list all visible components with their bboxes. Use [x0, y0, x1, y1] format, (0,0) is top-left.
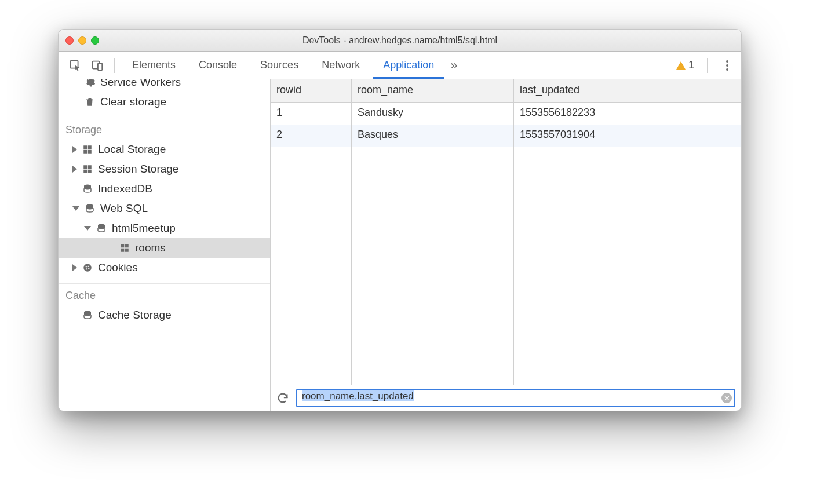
minimize-window-button[interactable]: [78, 36, 86, 45]
warnings-indicator[interactable]: 1: [676, 59, 694, 71]
grid-icon: [82, 144, 93, 155]
svg-rect-15: [125, 244, 129, 247]
sidebar-section-storage: Storage: [59, 118, 270, 140]
sidebar-item-service-workers[interactable]: Service Workers: [59, 79, 270, 92]
column-header-room-name[interactable]: room_name: [352, 79, 513, 103]
sidebar-item-clear-storage[interactable]: Clear storage: [59, 92, 270, 112]
svg-rect-5: [83, 150, 87, 154]
window-titlebar: DevTools - andrew.hedges.name/html5/sql.…: [59, 30, 741, 52]
settings-menu-icon[interactable]: [720, 57, 734, 74]
sidebar-item-table[interactable]: rooms: [59, 238, 270, 258]
svg-rect-8: [88, 165, 92, 169]
window-title: DevTools - andrew.hedges.name/html5/sql.…: [59, 35, 741, 46]
data-table: rowid 1 2 room_name Sandusky Basques las…: [271, 79, 741, 385]
column-header-rowid[interactable]: rowid: [271, 79, 351, 103]
inspect-element-icon[interactable]: [65, 56, 85, 75]
svg-rect-17: [125, 249, 129, 252]
tab-application[interactable]: Application: [373, 52, 444, 79]
sidebar-item-label: IndexedDB: [98, 182, 152, 195]
svg-rect-3: [83, 145, 87, 149]
column-header-last-updated[interactable]: last_updated: [514, 79, 741, 103]
table-cell[interactable]: 1553557031904: [514, 125, 741, 147]
svg-rect-10: [88, 170, 92, 173]
query-input-value: room_name,last_updated: [302, 390, 414, 401]
svg-rect-16: [121, 249, 124, 252]
application-sidebar: Service Workers Clear storage Storage Lo…: [59, 79, 271, 411]
sidebar-item-database[interactable]: html5meetup: [59, 218, 270, 238]
svg-rect-14: [121, 244, 124, 247]
table-cell[interactable]: 1553556182233: [514, 103, 741, 125]
table-cell[interactable]: Basques: [352, 125, 513, 147]
spacer: [72, 187, 77, 191]
toolbar-divider: [114, 58, 115, 73]
refresh-icon[interactable]: [276, 392, 289, 404]
tab-network[interactable]: Network: [311, 52, 370, 79]
columns-filter-input[interactable]: room_name,last_updated: [296, 389, 735, 407]
collapse-icon: [84, 226, 91, 231]
traffic-lights: [65, 36, 99, 45]
sidebar-item-session-storage[interactable]: Session Storage: [59, 159, 270, 179]
sidebar-item-label: Service Workers: [100, 79, 181, 89]
grid-icon: [119, 242, 130, 254]
gear-icon: [84, 79, 96, 88]
spacer: [72, 313, 77, 317]
table-cell[interactable]: 1: [271, 103, 351, 125]
warning-icon: [676, 61, 686, 70]
more-tabs-icon[interactable]: »: [447, 54, 461, 76]
sidebar-item-label: rooms: [135, 242, 166, 254]
svg-point-20: [87, 266, 89, 267]
sidebar-section-cache: Cache: [59, 283, 270, 305]
svg-point-18: [83, 264, 92, 272]
database-icon: [84, 203, 96, 214]
svg-rect-9: [83, 170, 87, 173]
sidebar-item-label: Session Storage: [98, 163, 178, 176]
svg-point-19: [86, 266, 87, 267]
tab-elements[interactable]: Elements: [122, 52, 186, 79]
devtools-toolbar: Elements Console Sources Network Applica…: [59, 52, 741, 79]
sidebar-item-label: html5meetup: [112, 222, 176, 235]
expand-icon: [72, 166, 77, 173]
tab-console[interactable]: Console: [188, 52, 247, 79]
close-window-button[interactable]: [65, 36, 74, 45]
sidebar-item-cookies[interactable]: Cookies: [59, 258, 270, 277]
grid-icon: [82, 163, 93, 175]
table-content: rowid 1 2 room_name Sandusky Basques las…: [271, 79, 741, 411]
sidebar-item-cache-storage[interactable]: Cache Storage: [59, 305, 270, 325]
device-toggle-icon[interactable]: [87, 56, 107, 75]
sidebar-item-label: Web SQL: [100, 202, 148, 215]
sidebar-item-label: Local Storage: [98, 143, 166, 156]
sidebar-item-local-storage[interactable]: Local Storage: [59, 140, 270, 159]
sidebar-item-label: Cookies: [98, 261, 138, 274]
sidebar-item-label: Clear storage: [100, 96, 166, 108]
devtools-window: DevTools - andrew.hedges.name/html5/sql.…: [58, 29, 742, 411]
svg-rect-6: [88, 150, 92, 154]
database-icon: [96, 222, 107, 234]
sidebar-item-label: Cache Storage: [98, 309, 172, 322]
svg-point-21: [86, 268, 87, 269]
svg-rect-2: [98, 63, 102, 70]
warning-count-value: 1: [688, 59, 694, 71]
query-bar: room_name,last_updated ✕: [271, 385, 741, 411]
toolbar-divider: [707, 58, 708, 73]
svg-rect-7: [83, 165, 87, 169]
collapse-icon: [72, 206, 79, 211]
table-cell[interactable]: 2: [271, 125, 351, 147]
svg-rect-4: [88, 145, 92, 149]
cookie-icon: [82, 262, 93, 273]
database-icon: [82, 309, 93, 321]
tab-sources[interactable]: Sources: [250, 52, 309, 79]
expand-icon: [72, 146, 77, 153]
expand-icon: [72, 264, 77, 271]
clear-input-icon[interactable]: ✕: [721, 393, 732, 403]
sidebar-item-indexeddb[interactable]: IndexedDB: [59, 179, 270, 199]
database-icon: [82, 183, 93, 195]
sidebar-item-web-sql[interactable]: Web SQL: [59, 199, 270, 218]
svg-point-22: [88, 268, 89, 269]
table-cell[interactable]: Sandusky: [352, 103, 513, 125]
maximize-window-button[interactable]: [91, 36, 99, 45]
trash-icon: [84, 96, 96, 108]
